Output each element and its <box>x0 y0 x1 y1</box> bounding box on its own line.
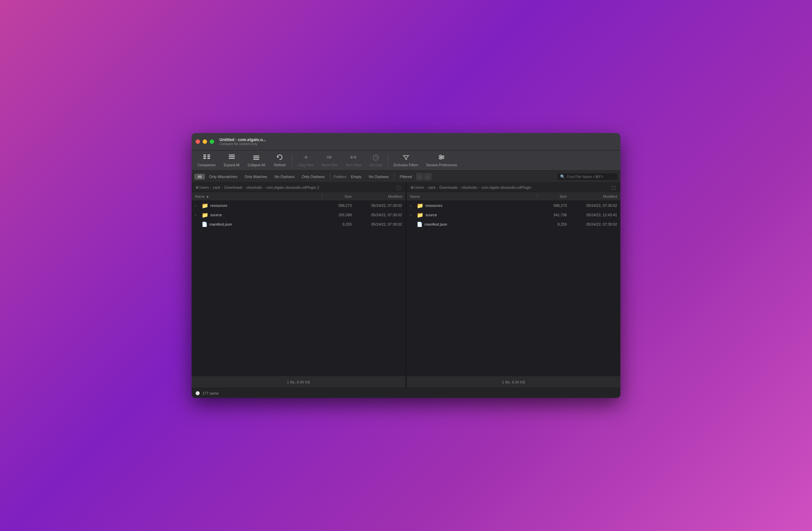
file-name: resources <box>425 204 443 208</box>
left-size-header[interactable]: Size <box>325 194 352 198</box>
left-file-list: › 📁 resources 588,273 05/24/22, 07:30:02… <box>192 201 405 376</box>
search-box[interactable]: 🔍 <box>557 173 618 180</box>
filter-all-button[interactable]: All <box>194 174 205 180</box>
bottom-bar: 177 same <box>192 388 620 398</box>
right-file-list: › 📁 resources 588,273 05/24/22, 07:30:02… <box>407 201 620 376</box>
filter-no-orphans-button[interactable]: No Orphans <box>271 174 298 180</box>
table-row[interactable]: › 📁 resources 588,273 05/24/22, 07:30:02 <box>407 201 620 210</box>
comparison-button[interactable]: Comparison <box>194 153 219 168</box>
expand-all-button[interactable]: Expand All <box>220 153 243 168</box>
table-row[interactable]: › 📁 source 335,588 05/24/22, 07:30:02 <box>192 210 405 220</box>
left-header-divider <box>322 194 322 199</box>
left-bc-downloads[interactable]: Downloads <box>224 185 243 190</box>
right-pane-settings-icon[interactable]: ⬚ <box>610 184 617 191</box>
maximize-button[interactable] <box>210 139 214 144</box>
right-bc-obsstudio[interactable]: obsstudio <box>462 185 477 190</box>
set-date-button[interactable]: Set Date <box>366 153 386 168</box>
collapse-all-icon <box>252 154 260 162</box>
right-bc-zack[interactable]: zack <box>428 185 435 190</box>
right-bc-plugin[interactable]: com.elgato.obsstudio.sdPlugin <box>481 185 531 190</box>
session-preferences-button[interactable]: Session Preferences <box>423 153 460 168</box>
main-window: Untitled - com.elgato.o... Compare file … <box>192 133 620 398</box>
left-bc-obsstudio[interactable]: obsstudio <box>247 185 262 190</box>
expand-all-icon <box>228 154 235 162</box>
file-icon: 📄 <box>417 222 422 227</box>
file-name: source <box>211 213 222 217</box>
left-bc-icon: 🖥 <box>195 185 199 190</box>
table-row[interactable]: › 📁 resources 588,273 05/24/22, 07:30:02 <box>192 201 405 210</box>
file-size: 588,273 <box>325 204 352 208</box>
left-pane-settings-icon[interactable]: ⬚ <box>395 184 402 191</box>
expand-arrow-icon[interactable]: › <box>195 204 200 208</box>
table-row[interactable]: › 📄 manifest.json 8,255 05/24/22, 07:30:… <box>407 220 620 229</box>
folders-label: Folders: <box>334 174 347 179</box>
svg-rect-4 <box>207 156 210 157</box>
left-name-header[interactable]: Name ▲ <box>195 194 319 198</box>
nav-arrows: ‹ › <box>416 173 432 180</box>
folder-icon: 📁 <box>202 212 208 218</box>
file-name: source <box>425 213 437 217</box>
filter-empty-button[interactable]: Empty <box>348 174 365 180</box>
collapse-all-button[interactable]: Collapse All <box>244 153 268 168</box>
expand-arrow-icon[interactable]: › <box>410 213 415 217</box>
file-modified: 05/24/22, 07:30:02 <box>567 222 617 226</box>
right-bc-users[interactable]: Users <box>415 185 424 190</box>
move-files-icon <box>326 154 333 162</box>
file-icon: 📄 <box>202 222 207 227</box>
svg-rect-11 <box>253 159 259 160</box>
sync-files-button[interactable]: Sync Files <box>342 153 364 168</box>
filter-only-matches-button[interactable]: Only Matches <box>242 174 271 180</box>
left-bc-zack[interactable]: zack <box>213 185 220 190</box>
right-bc-downloads[interactable]: Downloads <box>439 185 458 190</box>
filter-only-mismatches-button[interactable]: Only Mismatches <box>206 174 241 180</box>
minimize-button[interactable] <box>203 139 207 144</box>
comparison-icon <box>203 154 211 162</box>
copy-files-button[interactable]: Copy Files <box>294 153 317 168</box>
file-modified: 05/24/22, 07:30:02 <box>352 222 402 226</box>
set-date-label: Set Date <box>369 163 382 167</box>
right-bc-icon: 🖥 <box>410 185 414 190</box>
filter-separator-1 <box>330 173 330 180</box>
copy-files-label: Copy Files <box>298 163 313 167</box>
filter-only-orphans-button[interactable]: Only Orphans <box>299 174 328 180</box>
left-file-header: Name ▲ Size Modified <box>192 192 405 201</box>
move-files-button[interactable]: Move Files <box>318 153 341 168</box>
sync-files-label: Sync Files <box>346 163 361 167</box>
exclusion-filters-button[interactable]: Exclusion Filters <box>390 153 421 168</box>
file-size: 8,255 <box>540 222 567 226</box>
right-name-header[interactable]: Name <box>410 194 534 198</box>
svg-point-18 <box>442 156 444 158</box>
file-size: 8,255 <box>325 222 352 226</box>
session-preferences-label: Session Preferences <box>426 163 457 167</box>
table-row[interactable]: › 📁 source 341,736 05/24/22, 12:43:41 <box>407 210 620 220</box>
right-modified-header[interactable]: Modified <box>567 194 617 198</box>
left-bc-users[interactable]: Users <box>199 185 209 190</box>
refresh-icon <box>276 154 284 162</box>
filter-filtered-button[interactable]: Filtered <box>396 174 415 180</box>
left-breadcrumb: 🖥 Users › zack › Downloads › obsstudio ›… <box>192 183 405 192</box>
file-size: 341,736 <box>540 213 567 217</box>
svg-rect-2 <box>203 158 206 159</box>
expand-arrow-icon[interactable]: › <box>195 213 200 217</box>
sort-arrow-icon: ▲ <box>206 195 209 198</box>
nav-prev-button[interactable]: ‹ <box>416 173 423 180</box>
filter-separator-2 <box>394 173 394 180</box>
left-pane: 🖥 Users › zack › Downloads › obsstudio ›… <box>192 183 405 388</box>
refresh-button[interactable]: Refresh <box>270 153 290 168</box>
panes: 🖥 Users › zack › Downloads › obsstudio ›… <box>192 183 620 388</box>
right-size-header[interactable]: Size <box>540 194 567 198</box>
nav-next-button[interactable]: › <box>424 173 432 180</box>
expand-arrow-icon[interactable]: › <box>410 204 415 208</box>
set-date-icon <box>372 154 379 162</box>
right-breadcrumb: 🖥 Users › zack › Downloads › obsstudio ›… <box>407 183 620 192</box>
right-pane: 🖥 Users › zack › Downloads › obsstudio ›… <box>407 183 620 388</box>
table-row[interactable]: › 📄 manifest.json 8,255 05/24/22, 07:30:… <box>192 220 405 229</box>
filter-no-orphans2-button[interactable]: No Orphans <box>365 174 392 180</box>
close-button[interactable] <box>195 139 200 144</box>
toolbar-divider-2 <box>388 155 388 167</box>
expand-all-label: Expand All <box>224 163 240 167</box>
left-bc-plugin[interactable]: com.elgato.obsstudio.sdPlugin 2 <box>266 185 319 190</box>
left-modified-header[interactable]: Modified <box>352 194 402 198</box>
file-size: 335,588 <box>325 213 352 217</box>
search-input[interactable] <box>567 174 614 179</box>
